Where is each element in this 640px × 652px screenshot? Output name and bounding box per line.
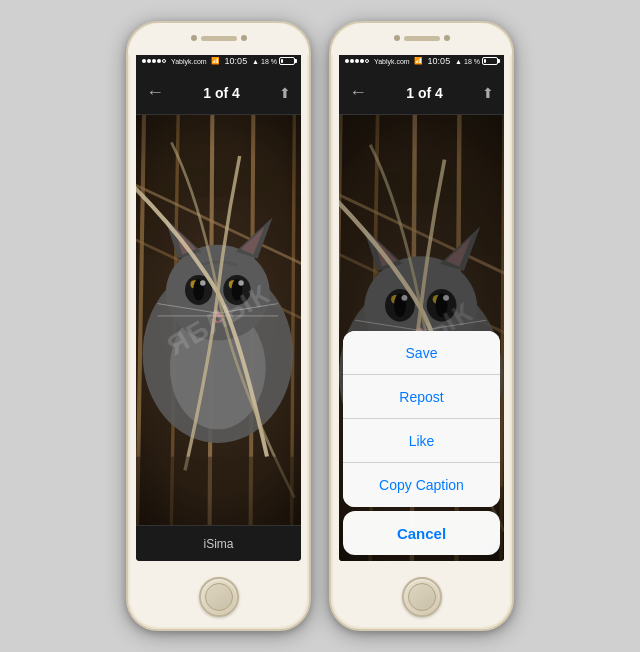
dot2 bbox=[147, 59, 151, 63]
mute-button-left[interactable] bbox=[126, 83, 128, 97]
speaker-left bbox=[201, 36, 237, 41]
action-save[interactable]: Save bbox=[343, 331, 500, 375]
status-left-right: Yablyk.com 📶 bbox=[345, 57, 423, 65]
battery-icon-left bbox=[279, 57, 295, 65]
battery-icon-right bbox=[482, 57, 498, 65]
action-sheet-group: Save Repost Like Copy Caption bbox=[343, 331, 500, 507]
carrier-right: Yablyk.com bbox=[374, 58, 410, 65]
nav-bar-left: ← 1 of 4 ⬆ bbox=[136, 71, 301, 115]
share-button-left[interactable]: ⬆ bbox=[279, 85, 291, 101]
time-left: 10:05 bbox=[225, 56, 248, 66]
rdot4 bbox=[360, 59, 364, 63]
action-sheet-overlay: Save Repost Like Copy Caption bbox=[339, 115, 504, 561]
sensor-left bbox=[241, 35, 247, 41]
dot1 bbox=[142, 59, 146, 63]
dot3 bbox=[152, 59, 156, 63]
share-button-right[interactable]: ⬆ bbox=[482, 85, 494, 101]
action-copy-caption[interactable]: Copy Caption bbox=[343, 463, 500, 507]
photo-area-right: ЯБЛЫК Save Repost bbox=[339, 115, 504, 561]
home-button-left[interactable] bbox=[199, 577, 239, 617]
wifi-icon-left: 📶 bbox=[211, 57, 220, 65]
sensor-right bbox=[444, 35, 450, 41]
carrier-left: Yablyk.com bbox=[171, 58, 207, 65]
front-camera-left bbox=[191, 35, 197, 41]
status-right-right: ▲ 18 % bbox=[455, 57, 498, 65]
vol-down-right[interactable] bbox=[329, 143, 331, 165]
screen-left: Yablyk.com 📶 10:05 ▲ 18 % ← 1 o bbox=[136, 51, 301, 561]
screen-right: Yablyk.com 📶 10:05 ▲ 18 % ← 1 o bbox=[339, 51, 504, 561]
status-left-left: Yablyk.com 📶 bbox=[142, 57, 220, 65]
power-button-right[interactable] bbox=[512, 123, 514, 151]
back-button-left[interactable]: ← bbox=[146, 82, 164, 103]
action-like[interactable]: Like bbox=[343, 419, 500, 463]
dot4 bbox=[157, 59, 161, 63]
time-right: 10:05 bbox=[428, 56, 451, 66]
vol-up-left[interactable] bbox=[126, 113, 128, 135]
photo-area-left: ЯБЛЫК bbox=[136, 115, 301, 525]
nav-title-left: 1 of 4 bbox=[203, 85, 240, 101]
action-cancel[interactable]: Cancel bbox=[343, 511, 500, 555]
status-bar-right: Yablyk.com 📶 10:05 ▲ 18 % bbox=[339, 51, 504, 71]
mute-button-right[interactable] bbox=[329, 83, 331, 97]
signal-dots-left bbox=[142, 59, 166, 63]
rdot1 bbox=[345, 59, 349, 63]
wifi-icon-right: 📶 bbox=[414, 57, 423, 65]
back-button-right[interactable]: ← bbox=[349, 82, 367, 103]
nav-bar-right: ← 1 of 4 ⬆ bbox=[339, 71, 504, 115]
caption-text-left: iSima bbox=[203, 537, 233, 551]
home-button-right[interactable] bbox=[402, 577, 442, 617]
iphone-left-top bbox=[189, 31, 249, 45]
iphone-left: Yablyk.com 📶 10:05 ▲ 18 % ← 1 o bbox=[126, 21, 311, 631]
home-button-inner-left bbox=[205, 583, 233, 611]
battery-fill-left bbox=[281, 59, 283, 63]
signal-arrow-right: ▲ bbox=[455, 58, 462, 65]
action-sheet: Save Repost Like Copy Caption bbox=[339, 327, 504, 561]
front-camera-right bbox=[394, 35, 400, 41]
rdot2 bbox=[350, 59, 354, 63]
signal-arrow-left: ▲ bbox=[252, 58, 259, 65]
battery-fill-right bbox=[484, 59, 486, 63]
caption-area-left: iSima bbox=[136, 525, 301, 561]
dot5 bbox=[162, 59, 166, 63]
scene: Yablyk.com 📶 10:05 ▲ 18 % ← 1 o bbox=[106, 1, 534, 651]
rdot3 bbox=[355, 59, 359, 63]
battery-pct-right: 18 % bbox=[464, 58, 480, 65]
vol-up-right[interactable] bbox=[329, 113, 331, 135]
status-bar-left: Yablyk.com 📶 10:05 ▲ 18 % bbox=[136, 51, 301, 71]
battery-pct-left: 18 % bbox=[261, 58, 277, 65]
rdot5 bbox=[365, 59, 369, 63]
iphone-right: Yablyk.com 📶 10:05 ▲ 18 % ← 1 o bbox=[329, 21, 514, 631]
action-repost[interactable]: Repost bbox=[343, 375, 500, 419]
iphone-right-top bbox=[392, 31, 452, 45]
signal-dots-right bbox=[345, 59, 369, 63]
status-right-left: ▲ 18 % bbox=[252, 57, 295, 65]
nav-title-right: 1 of 4 bbox=[406, 85, 443, 101]
home-button-inner-right bbox=[408, 583, 436, 611]
vol-down-left[interactable] bbox=[126, 143, 128, 165]
power-button-left[interactable] bbox=[309, 123, 311, 151]
speaker-right bbox=[404, 36, 440, 41]
